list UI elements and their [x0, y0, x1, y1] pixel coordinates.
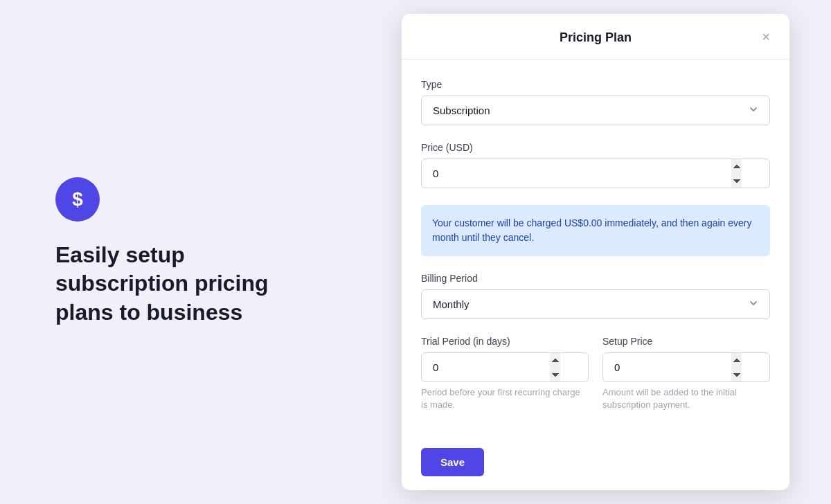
trial-period-field-group: Trial Period (in days) Period before you…	[421, 336, 589, 411]
trial-period-hint: Period before your first recurring charg…	[421, 386, 589, 411]
trial-setup-row: Trial Period (in days) Period before you…	[421, 336, 770, 428]
type-field-group: Type Subscription One-time	[421, 79, 770, 125]
price-input[interactable]	[421, 159, 770, 188]
trial-period-input[interactable]	[421, 352, 589, 382]
type-label: Type	[421, 79, 770, 90]
setup-price-input-wrapper	[602, 352, 770, 382]
trial-period-label: Trial Period (in days)	[421, 336, 589, 347]
setup-price-field-group: Setup Price Amount will be added to the …	[602, 336, 770, 411]
price-label: Price (USD)	[421, 142, 770, 153]
billing-period-select-wrapper: Monthly Weekly Yearly	[421, 289, 770, 319]
info-box: Your customer will be charged US$0.00 im…	[421, 205, 770, 256]
modal-title: Pricing Plan	[560, 30, 632, 45]
type-select-wrapper: Subscription One-time	[421, 96, 770, 125]
page-heading: Easily setup subscription pricing plans …	[55, 241, 305, 327]
billing-period-field-group: Billing Period Monthly Weekly Yearly	[421, 273, 770, 319]
left-panel: $ Easily setup subscription pricing plan…	[0, 136, 360, 369]
price-field-group: Price (USD)	[421, 142, 770, 188]
modal-footer: Save	[402, 434, 789, 490]
info-box-text: Your customer will be charged US$0.00 im…	[432, 216, 759, 245]
setup-price-input[interactable]	[602, 352, 770, 382]
setup-price-label: Setup Price	[602, 336, 770, 347]
modal-body: Type Subscription One-time Price (USD)	[402, 60, 789, 434]
close-button[interactable]: ×	[759, 27, 773, 46]
billing-period-select[interactable]: Monthly Weekly Yearly	[421, 289, 770, 319]
dollar-icon: $	[55, 177, 100, 222]
pricing-plan-modal: Pricing Plan × Type Subscription One-tim…	[402, 14, 789, 490]
billing-period-label: Billing Period	[421, 273, 770, 284]
modal-header: Pricing Plan ×	[402, 14, 789, 60]
save-button[interactable]: Save	[421, 448, 484, 476]
price-input-wrapper	[421, 159, 770, 188]
type-select[interactable]: Subscription One-time	[421, 96, 770, 125]
trial-period-input-wrapper	[421, 352, 589, 382]
setup-price-hint: Amount will be added to the initial subs…	[602, 386, 770, 411]
